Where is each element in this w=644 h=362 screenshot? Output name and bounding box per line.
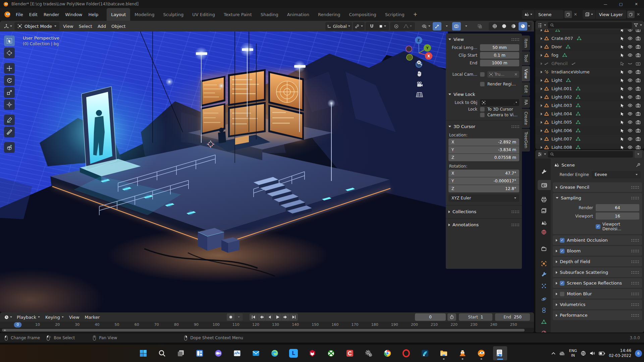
taskbar-icon-camtasia[interactable]	[343, 346, 357, 360]
outliner-row-crate-007[interactable]: Crate.007	[535, 34, 644, 43]
shading-dropdown-icon[interactable]	[528, 25, 530, 27]
expand-icon[interactable]	[541, 62, 542, 65]
object-name[interactable]: Light.001	[551, 86, 572, 91]
object-name[interactable]: fog	[551, 53, 558, 58]
sidebar-tab-tool[interactable]: Tool	[522, 51, 530, 65]
pan-hand-icon[interactable]	[416, 70, 423, 77]
properties-tab-material[interactable]	[537, 328, 551, 333]
properties-tab-modifiers[interactable]	[537, 269, 551, 279]
section-checkbox[interactable]	[560, 292, 565, 296]
section-checkbox[interactable]	[560, 281, 565, 286]
setting-field-viewport[interactable]: 16	[596, 213, 639, 220]
tray-expand-icon[interactable]	[551, 352, 555, 355]
end-frame-field[interactable]: End250	[495, 313, 530, 321]
taskbar-icon-task-manager[interactable]	[230, 346, 244, 360]
outliner-row-light-004[interactable]: Light.004	[535, 110, 644, 118]
timeline-menu-marker[interactable]: Marker	[82, 313, 103, 321]
taskbar-icon-chrome[interactable]	[380, 346, 394, 360]
timeline-menu-playback[interactable]: Playback	[14, 313, 43, 321]
outliner-search-input[interactable]	[548, 22, 632, 28]
shading-rendered-button[interactable]	[519, 22, 527, 31]
outliner-row-irradiancevolume[interactable]: IrradianceVolume	[535, 68, 644, 76]
expand-icon[interactable]	[541, 129, 542, 132]
expand-icon[interactable]	[541, 87, 542, 90]
expand-icon[interactable]	[541, 54, 542, 57]
frame-tick-240[interactable]: 240	[490, 322, 497, 327]
panel-grip-icon[interactable]	[631, 186, 639, 189]
object-name[interactable]: Light.006	[551, 128, 572, 133]
frame-tick-120[interactable]: 120	[252, 322, 259, 327]
frame-tick-220[interactable]: 220	[450, 322, 458, 327]
scrollbar-thumb[interactable]	[2, 329, 525, 331]
taskbar-icon-mcafee[interactable]	[305, 346, 319, 360]
sidebar-tab-edit[interactable]: Edit	[522, 82, 530, 96]
workspace-tab-compositing[interactable]: Compositing	[344, 8, 381, 21]
play-button[interactable]	[274, 313, 282, 321]
panel-grip-icon[interactable]	[631, 249, 639, 252]
taskbar-icon-search[interactable]	[155, 346, 169, 360]
viewport-menu-object[interactable]: Object	[109, 22, 128, 30]
section-header-screen-space-reflections[interactable]: Screen Space Reflections	[553, 278, 642, 288]
timeline-editor-icon[interactable]	[3, 315, 13, 320]
taskbar-icon-explorer[interactable]	[437, 346, 451, 360]
expand-icon[interactable]	[541, 29, 542, 32]
expand-icon[interactable]	[541, 71, 542, 73]
start-frame-field[interactable]: Start1	[459, 313, 492, 321]
tool-select-box[interactable]	[4, 36, 15, 46]
menu-window[interactable]: Window	[62, 10, 85, 19]
view-panel-header[interactable]: View	[446, 35, 522, 43]
frame-tick-0[interactable]: 0	[14, 322, 22, 327]
breadcrumb-scene[interactable]: Scene	[561, 163, 575, 168]
shading-wireframe-button[interactable]	[490, 22, 499, 31]
tool-annotate[interactable]	[4, 115, 15, 125]
frame-tick-70[interactable]: 70	[154, 322, 159, 327]
taskbar-icon-settings[interactable]	[362, 346, 376, 360]
zoom-icon[interactable]	[416, 59, 423, 66]
workspace-tab-animation[interactable]: Animation	[283, 8, 314, 21]
section-checkbox[interactable]	[560, 238, 565, 243]
frame-tick-80[interactable]: 80	[174, 322, 179, 327]
notification-badge[interactable]: 6	[635, 350, 642, 357]
section-header-subsurface-scattering[interactable]: Subsurface Scattering	[553, 267, 642, 277]
section-header-motion-blur[interactable]: Motion Blur	[553, 289, 642, 299]
frame-tick-110[interactable]: 110	[232, 322, 239, 327]
gizmos-toggle[interactable]	[433, 22, 441, 31]
object-name[interactable]: Light	[551, 78, 562, 83]
mode-selector[interactable]: Object Mode	[14, 22, 59, 31]
menu-render[interactable]: Render	[41, 10, 62, 19]
proportional-falloff-button[interactable]	[402, 22, 413, 31]
stopwatch-button[interactable]	[447, 313, 456, 321]
taskbar-icon-task-view[interactable]	[174, 346, 188, 360]
render-region-checkbox[interactable]	[480, 82, 485, 86]
shading-solid-button[interactable]	[500, 22, 508, 31]
chevron-down-icon[interactable]	[544, 154, 546, 155]
new-view-layer-button[interactable]	[627, 11, 635, 18]
workspace-tab-layout[interactable]: Layout	[107, 8, 130, 21]
maximize-button[interactable]: ▢	[613, 0, 629, 8]
frame-tick-10[interactable]: 10	[35, 322, 40, 327]
object-name[interactable]: Light.004	[551, 111, 572, 116]
pivot-point[interactable]	[353, 22, 365, 31]
language-indicator[interactable]: ENGIN	[569, 349, 577, 358]
taskbar-icon-filmora[interactable]	[418, 346, 432, 360]
cursor-location-z[interactable]: Z0.07558 m	[448, 154, 519, 161]
properties-tab-render[interactable]	[538, 180, 551, 190]
properties-tab-collection[interactable]	[537, 244, 551, 254]
taskbar-icon-blender[interactable]	[474, 346, 488, 360]
properties-tab-world[interactable]	[537, 227, 551, 237]
chevron-down-icon[interactable]	[640, 24, 642, 26]
menu-help[interactable]: Help	[86, 10, 102, 19]
frame-tick-200[interactable]: 200	[411, 322, 418, 327]
object-name[interactable]: Light.003	[551, 103, 572, 108]
frame-tick-30[interactable]: 30	[75, 322, 79, 327]
expand-icon[interactable]	[541, 96, 542, 99]
viewport-denoising-checkbox[interactable]	[596, 224, 600, 229]
frame-tick-250[interactable]: 250	[510, 322, 517, 327]
frame-tick-130[interactable]: 130	[272, 322, 279, 327]
shading-material-button[interactable]	[509, 22, 518, 31]
add-workspace-button[interactable]: +	[409, 8, 422, 21]
taskbar-icon-edge[interactable]	[268, 346, 282, 360]
outliner-editor-icon[interactable]	[537, 23, 542, 28]
outliner-row-light-007[interactable]: Light.007	[535, 135, 644, 143]
properties-filter-button[interactable]	[635, 150, 642, 158]
